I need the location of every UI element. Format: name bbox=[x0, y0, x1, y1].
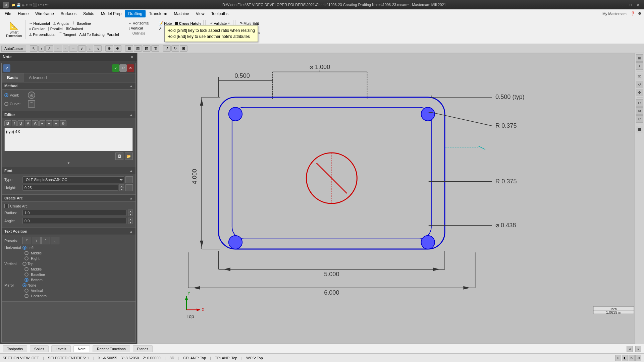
perpendicular-dim-button[interactable]: ⊥ Perpendicular bbox=[28, 32, 57, 37]
preset-tc[interactable]: ⊤ bbox=[32, 237, 41, 244]
panel-collapse-btn[interactable]: ▸ bbox=[635, 346, 641, 352]
view-top-button[interactable]: Tp bbox=[636, 115, 643, 123]
status-btn2[interactable]: ◧ bbox=[622, 355, 628, 361]
ok-button[interactable]: ✓ bbox=[112, 64, 119, 72]
help-icon[interactable]: ❓ bbox=[629, 11, 637, 16]
cursor-snap-4[interactable]: ← bbox=[54, 46, 62, 52]
text-position-section-header[interactable]: Text Position ▲ bbox=[2, 228, 136, 235]
underline-button[interactable]: U bbox=[17, 120, 24, 126]
font-color-button[interactable]: A bbox=[25, 120, 31, 126]
preset-tr[interactable]: ⌝ bbox=[41, 237, 50, 244]
close-button[interactable]: ✕ bbox=[635, 1, 641, 8]
align-right-button[interactable]: ≡ bbox=[53, 120, 59, 126]
method-section-header[interactable]: Method ▲ bbox=[2, 82, 136, 89]
view-pan-button[interactable]: ✥ bbox=[636, 89, 643, 96]
panel-minimize-button[interactable]: ─ bbox=[122, 54, 128, 60]
cursor-snap-7[interactable]: ↙ bbox=[78, 45, 86, 52]
menu-machine[interactable]: Machine bbox=[170, 10, 192, 17]
validate-dropdown-icon[interactable]: ▼ bbox=[227, 22, 230, 25]
font-height-up[interactable]: ▲ bbox=[119, 184, 124, 188]
view-rotate-button[interactable]: ↺ bbox=[636, 81, 643, 88]
font-size-button[interactable]: A bbox=[32, 120, 38, 126]
align-left-button[interactable]: ≡ bbox=[39, 120, 45, 126]
parallel-dim-button[interactable]: ∥ Parallel bbox=[46, 26, 64, 31]
tab-note[interactable]: Note bbox=[73, 345, 90, 352]
angular-dim-button[interactable]: ∠ Angular bbox=[52, 21, 71, 26]
expand-editor[interactable]: ▼ bbox=[4, 161, 133, 165]
cursor-snap-3[interactable]: ↗ bbox=[45, 45, 53, 52]
cursor-snap-8[interactable]: ↓ bbox=[87, 46, 93, 52]
menu-surfaces[interactable]: Surfaces bbox=[57, 10, 80, 17]
h-right-radio[interactable] bbox=[24, 256, 29, 260]
minimize-button[interactable]: ─ bbox=[620, 1, 627, 8]
radius-up[interactable]: ▲ bbox=[128, 209, 133, 213]
menu-transform[interactable]: Transform bbox=[146, 10, 170, 17]
settings-icon[interactable]: ⚙ bbox=[637, 11, 643, 16]
window-controls[interactable]: ─ □ ✕ bbox=[620, 1, 641, 8]
tab-advanced[interactable]: Advanced bbox=[23, 73, 52, 82]
special-char-button[interactable]: © bbox=[60, 120, 66, 126]
point-radio[interactable] bbox=[4, 93, 8, 97]
cursor-snap-9[interactable]: ↘ bbox=[94, 45, 102, 52]
angle-spinner[interactable]: ▲ ▼ bbox=[128, 218, 133, 224]
font-type-select[interactable]: OLF SimpleSansCJK OC bbox=[22, 176, 124, 183]
baseline-dim-button[interactable]: ⊢ Baseline bbox=[71, 21, 92, 26]
extra-snap[interactable]: ⊞ bbox=[180, 45, 187, 52]
font-height-input[interactable] bbox=[22, 185, 118, 191]
menu-drafting[interactable]: Drafting bbox=[125, 10, 146, 17]
v-top-radio[interactable] bbox=[22, 262, 26, 266]
snap-cross[interactable]: ⊗ bbox=[114, 45, 121, 52]
menu-home[interactable]: Home bbox=[14, 10, 32, 17]
font-height-spinner[interactable]: ▲ ▼ bbox=[119, 184, 124, 191]
font-height-down[interactable]: ▼ bbox=[119, 188, 124, 191]
my-mastercam[interactable]: My Mastercam bbox=[600, 12, 629, 16]
tab-levels[interactable]: Levels bbox=[51, 345, 71, 352]
tab-basic[interactable]: Basic bbox=[2, 73, 23, 82]
chained-dim-button[interactable]: ⊞ Chained bbox=[64, 26, 85, 31]
tab-recent-functions[interactable]: Recent Functions bbox=[93, 345, 130, 352]
zoom-in-button[interactable]: + bbox=[636, 62, 643, 70]
view-right-button[interactable]: Rt bbox=[636, 107, 643, 115]
grid-btn3[interactable]: ▨ bbox=[143, 45, 151, 52]
circular-dim-button[interactable]: ○ Circular bbox=[28, 26, 46, 31]
menu-file[interactable]: File bbox=[1, 10, 14, 17]
radius-down[interactable]: ▼ bbox=[128, 213, 133, 216]
v-middle-radio[interactable] bbox=[24, 267, 29, 271]
undo-snap[interactable]: ↺ bbox=[163, 45, 171, 52]
redo-snap[interactable]: ↻ bbox=[171, 45, 179, 52]
appearance-button[interactable]: ⬛ bbox=[636, 126, 643, 133]
tab-solids[interactable]: Solids bbox=[30, 345, 49, 352]
h-left-option[interactable]: Left bbox=[22, 246, 34, 250]
help-button[interactable]: ? bbox=[3, 64, 10, 72]
radius-spinner[interactable]: ▲ ▼ bbox=[128, 209, 133, 216]
editor-section-header[interactable]: Editor ▲ bbox=[2, 111, 136, 118]
bold-button[interactable]: B bbox=[4, 120, 11, 126]
mirror-none-radio[interactable] bbox=[22, 283, 26, 287]
status-btn4[interactable]: ◁ bbox=[635, 355, 641, 361]
insert-image-button[interactable]: 🖼 bbox=[115, 153, 123, 160]
create-arc-checkbox[interactable] bbox=[4, 204, 9, 208]
smart-dimension-button[interactable]: 📐 SmartDimension bbox=[5, 21, 23, 39]
grid-btn1[interactable]: ▦ bbox=[125, 45, 133, 52]
menu-solids[interactable]: Solids bbox=[80, 10, 98, 17]
angle-input[interactable] bbox=[22, 218, 127, 224]
editor-text-area[interactable]: (typ) 4X bbox=[4, 128, 133, 151]
v-baseline-radio[interactable] bbox=[24, 273, 29, 277]
maximize-button[interactable]: □ bbox=[627, 1, 634, 8]
angle-down[interactable]: ▼ bbox=[128, 221, 133, 224]
italic-button[interactable]: I bbox=[12, 120, 17, 126]
cursor-snap-1[interactable]: ↖ bbox=[30, 45, 38, 52]
mirror-vert-radio[interactable] bbox=[24, 289, 29, 293]
h-left-radio[interactable] bbox=[22, 246, 26, 250]
font-height-browse[interactable]: ⋯ bbox=[125, 184, 133, 191]
curve-radio[interactable] bbox=[4, 102, 8, 106]
canvas-area[interactable]: 0.500 ⌀ 1.000 0.500 (typ) R 0.375 R 0.37… bbox=[138, 53, 644, 344]
font-section-header[interactable]: Font ▲ bbox=[2, 167, 136, 174]
panel-close-button[interactable]: ✕ bbox=[129, 54, 135, 60]
apply-button[interactable]: ↩ bbox=[119, 64, 127, 72]
menu-view[interactable]: View bbox=[193, 10, 208, 17]
snap-circle[interactable]: ⊕ bbox=[105, 45, 113, 52]
panel-expand-btn[interactable]: ◂ bbox=[627, 346, 633, 352]
insert-file-button[interactable]: 📂 bbox=[125, 153, 133, 160]
tab-toolpaths[interactable]: Toolpaths bbox=[3, 345, 27, 352]
